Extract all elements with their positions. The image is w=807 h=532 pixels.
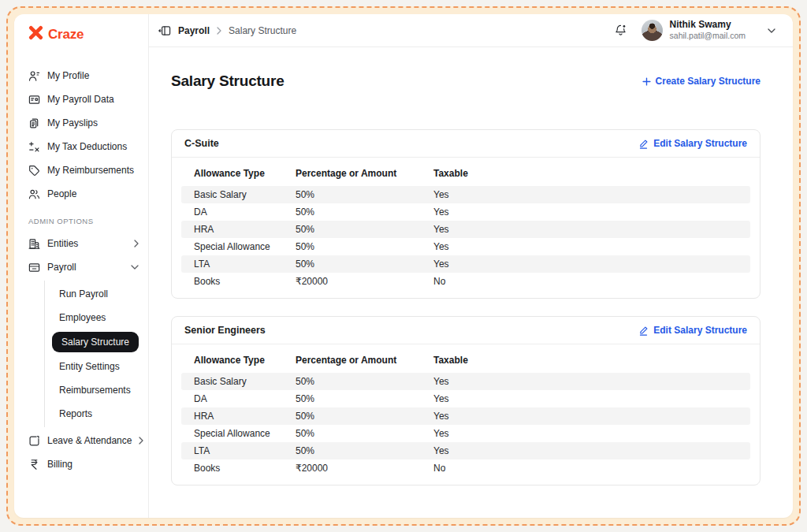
chevron-right-icon	[139, 437, 145, 445]
app-window: Craze My Profile My Payroll Data My Pays…	[14, 14, 793, 518]
craze-logo-icon	[28, 25, 43, 43]
breadcrumb: Payroll Salary Structure	[158, 24, 296, 37]
column-header-allowance-type: Allowance Type	[194, 355, 296, 366]
column-header-percentage-or-amount: Percentage or Amount	[296, 355, 433, 366]
calendar-icon	[28, 435, 40, 447]
cell-percentage-or-amount: 50%	[296, 241, 433, 252]
top-bar: Payroll Salary Structure Nithik Swamy sa…	[149, 14, 793, 47]
sidebar-nav-admin: Entities Payroll	[28, 232, 140, 279]
sidebar-item-my-profile[interactable]: My Profile	[28, 64, 140, 87]
cell-allowance-type: Special Allowance	[194, 241, 296, 252]
notification-bell-icon[interactable]	[614, 24, 627, 37]
pencil-icon	[638, 326, 649, 336]
cell-taxable: Yes	[433, 428, 738, 439]
cell-percentage-or-amount: ₹20000	[296, 276, 433, 287]
sidebar-item-my-reimbursements[interactable]: My Reimbursements	[28, 158, 140, 182]
edit-salary-structure-label: Edit Salary Structure	[653, 138, 747, 149]
sidebar-item-my-tax-deductions[interactable]: My Tax Deductions	[28, 135, 140, 158]
sidebar-item-entities[interactable]: Entities	[28, 232, 140, 255]
table-row: LTA 50% Yes	[181, 255, 750, 273]
table-body: Basic Salary 50% Yes DA 50% Yes HRA 50% …	[181, 186, 750, 290]
sidebar-item-label: Billing	[47, 459, 73, 470]
submenu-item-entity-settings[interactable]: Entity Settings	[45, 355, 140, 378]
breadcrumb-salary-structure: Salary Structure	[229, 25, 296, 36]
cell-taxable: Yes	[433, 411, 738, 422]
allowance-table: Allowance TypePercentage or AmountTaxabl…	[172, 158, 760, 298]
user-menu[interactable]: Nithik Swamy sahil.patil@mail.com	[642, 19, 746, 41]
table-row: DA 50% Yes	[181, 390, 750, 407]
column-header-allowance-type: Allowance Type	[194, 168, 296, 179]
sidebar-item-label: People	[47, 188, 76, 199]
main-area: Payroll Salary Structure Nithik Swamy sa…	[149, 14, 793, 518]
cell-percentage-or-amount: 50%	[296, 376, 433, 387]
cell-taxable: Yes	[433, 224, 738, 235]
cell-taxable: Yes	[433, 376, 738, 387]
submenu-item-reimbursements[interactable]: Reimbursements	[45, 378, 140, 402]
craze-logo[interactable]: Craze	[28, 25, 140, 43]
admin-options-label: ADMIN OPTIONS	[28, 217, 140, 225]
rupee-icon	[28, 459, 40, 471]
cell-allowance-type: HRA	[194, 224, 296, 235]
cards-container: C-Suite Edit Salary Structure Allowance …	[171, 129, 761, 485]
column-header-taxable: Taxable	[433, 355, 738, 366]
chevron-down-icon[interactable]	[768, 28, 775, 33]
table-row: Books ₹20000 No	[181, 273, 750, 290]
people-icon	[28, 188, 40, 200]
payroll-card-icon	[28, 262, 40, 273]
cell-percentage-or-amount: 50%	[296, 259, 433, 270]
sidebar-item-people[interactable]: People	[28, 182, 140, 206]
card-header: Senior Engineers Edit Salary Structure	[172, 317, 760, 344]
sidebar-item-my-payroll-data[interactable]: My Payroll Data	[28, 87, 140, 111]
allowance-table: Allowance TypePercentage or AmountTaxabl…	[172, 344, 760, 485]
submenu-item-salary-structure[interactable]: Salary Structure	[52, 332, 139, 352]
cell-percentage-or-amount: 50%	[296, 428, 433, 439]
breadcrumb-payroll[interactable]: Payroll	[178, 25, 210, 36]
id-card-icon	[28, 94, 40, 106]
sidebar-item-leave-attendance[interactable]: Leave & Attendance	[28, 429, 140, 452]
table-row: Special Allowance 50% Yes	[181, 425, 750, 442]
sidebar-item-label: Leave & Attendance	[47, 435, 132, 446]
cell-percentage-or-amount: 50%	[296, 445, 433, 456]
salary-structure-card-c-suite: C-Suite Edit Salary Structure Allowance …	[171, 129, 761, 299]
sidebar-item-billing[interactable]: Billing	[28, 452, 140, 476]
cell-allowance-type: Books	[194, 276, 296, 287]
table-body: Basic Salary 50% Yes DA 50% Yes HRA 50% …	[181, 373, 750, 477]
card-title: C-Suite	[184, 138, 219, 149]
cell-taxable: No	[433, 276, 738, 287]
cell-allowance-type: LTA	[194, 445, 296, 456]
table-header-row: Allowance TypePercentage or AmountTaxabl…	[181, 348, 750, 373]
sidebar-item-payroll[interactable]: Payroll	[28, 255, 140, 279]
edit-salary-structure-button[interactable]: Edit Salary Structure	[638, 325, 747, 336]
submenu-item-employees[interactable]: Employees	[45, 306, 140, 329]
table-row: DA 50% Yes	[181, 203, 750, 221]
cell-percentage-or-amount: 50%	[296, 189, 433, 200]
cell-percentage-or-amount: 50%	[296, 206, 433, 218]
sidebar-item-my-payslips[interactable]: My Payslips	[28, 111, 140, 135]
submenu-item-run-payroll[interactable]: Run Payroll	[45, 282, 140, 306]
pencil-icon	[638, 139, 649, 149]
building-icon	[28, 238, 40, 250]
craze-logo-text: Craze	[48, 27, 84, 43]
content: Salary Structure Create Salary Structure…	[149, 47, 793, 518]
sidebar: Craze My Profile My Payroll Data My Pays…	[14, 14, 149, 518]
column-header-taxable: Taxable	[433, 168, 738, 179]
user-area: Nithik Swamy sahil.patil@mail.com	[614, 19, 775, 41]
page-title: Salary Structure	[171, 73, 284, 90]
edit-salary-structure-button[interactable]: Edit Salary Structure	[638, 138, 747, 149]
cell-percentage-or-amount: ₹20000	[296, 463, 433, 474]
cell-taxable: Yes	[433, 259, 738, 270]
cell-allowance-type: Special Allowance	[194, 428, 296, 439]
cell-taxable: Yes	[433, 393, 738, 404]
table-row: Basic Salary 50% Yes	[181, 373, 750, 390]
cell-allowance-type: Books	[194, 463, 296, 474]
create-salary-structure-button[interactable]: Create Salary Structure	[642, 76, 761, 87]
sidebar-collapse-icon[interactable]	[158, 24, 171, 37]
column-header-percentage-or-amount: Percentage or Amount	[296, 168, 433, 179]
cell-taxable: No	[433, 463, 738, 474]
salary-structure-card-senior-engineers: Senior Engineers Edit Salary Structure A…	[171, 316, 761, 485]
tag-icon	[28, 165, 40, 177]
table-header-row: Allowance TypePercentage or AmountTaxabl…	[181, 161, 750, 186]
table-row: Special Allowance 50% Yes	[181, 238, 750, 255]
payslips-icon	[28, 117, 40, 129]
submenu-item-reports[interactable]: Reports	[45, 402, 140, 426]
